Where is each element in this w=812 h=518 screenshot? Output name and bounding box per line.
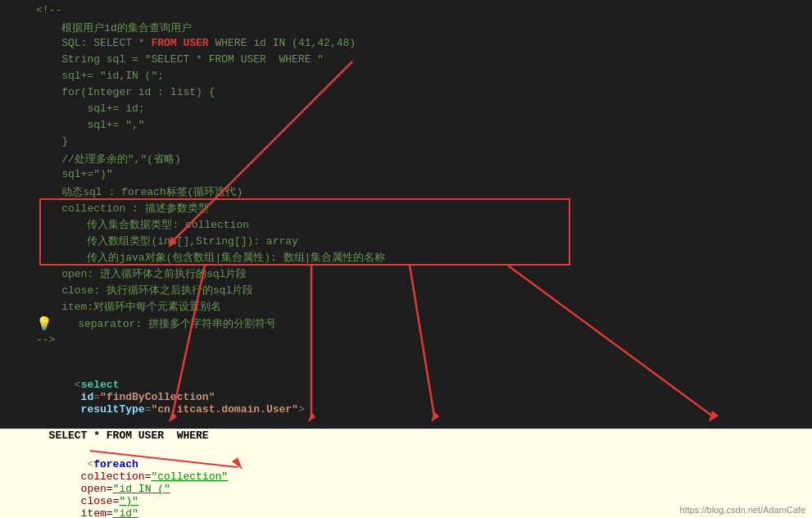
- watermark: https://blog.csdn.net/AdamCafe: [680, 505, 805, 515]
- line-collection-3: 传入的java对象(包含数组|集合属性): 数组|集合属性的名称: [0, 249, 812, 266]
- line-collection-header: collection : 描述参数类型: [0, 200, 812, 216]
- line-2: SQL: SELECT * FROM USER WHERE id IN (41,…: [0, 36, 812, 52]
- line-10: sql+=")": [0, 167, 812, 184]
- line-select-open: <select id="findByCollection" resultType…: [0, 366, 812, 429]
- line-collection-2: 传入数组类型(int[],String[]): array: [0, 233, 812, 249]
- line-separator: 💡 separator: 拼接多个字符串的分割符号: [0, 315, 812, 333]
- bulb-icon: 💡: [36, 316, 52, 332]
- line-3: String sql = "SELECT * FROM USER WHERE ": [0, 52, 812, 69]
- line-8: }: [0, 134, 812, 151]
- line-6: sql+= id;: [0, 102, 812, 118]
- line-7: sql+= ",": [0, 118, 812, 134]
- line-1: 根据用户id的集合查询用户: [0, 20, 812, 36]
- line-4: sql+= "id,IN (";: [0, 69, 812, 85]
- code-container: <!-- 根据用户id的集合查询用户 SQL: SELECT * FROM US…: [0, 0, 812, 518]
- line-5: for(Integer id : list) {: [0, 85, 812, 102]
- line-item: item:对循环中每个元素设置别名: [0, 298, 812, 315]
- line-11: 动态sql : foreach标签(循环迭代): [0, 184, 812, 200]
- line-comment-close: -->: [0, 333, 812, 349]
- line-collection-1: 传入集合数据类型: collection: [0, 216, 812, 233]
- line-9: //处理多余的","(省略): [0, 151, 812, 167]
- line-comment-open: <!--: [0, 3, 812, 20]
- line-select-content: SELECT * FROM USER WHERE: [0, 429, 812, 445]
- line-close: close: 执行循环体之后执行的sql片段: [0, 282, 812, 298]
- line-open: open: 进入循环体之前执行的sql片段: [0, 266, 812, 282]
- line-blank: [0, 349, 812, 366]
